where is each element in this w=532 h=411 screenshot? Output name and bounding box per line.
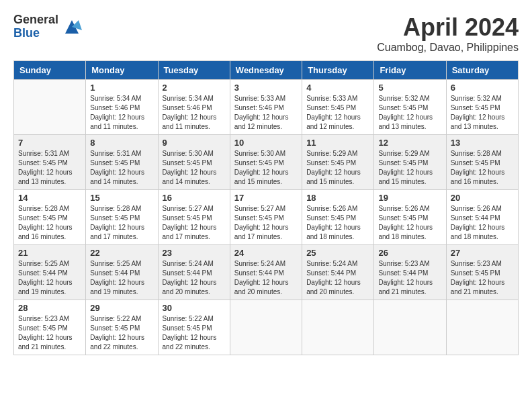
day-info: Sunrise: 5:27 AM Sunset: 5:45 PM Dayligh… bbox=[234, 204, 298, 242]
day-number: 29 bbox=[90, 303, 153, 313]
calendar-cell: 5Sunrise: 5:32 AM Sunset: 5:45 PM Daylig… bbox=[374, 80, 446, 135]
day-number: 20 bbox=[451, 193, 514, 203]
day-number: 9 bbox=[163, 138, 226, 148]
calendar-cell: 8Sunrise: 5:31 AM Sunset: 5:45 PM Daylig… bbox=[86, 135, 158, 190]
calendar-cell: 25Sunrise: 5:24 AM Sunset: 5:44 PM Dayli… bbox=[302, 245, 374, 300]
logo-blue-text: Blue bbox=[13, 27, 58, 40]
day-number: 21 bbox=[18, 248, 81, 258]
day-info: Sunrise: 5:30 AM Sunset: 5:45 PM Dayligh… bbox=[234, 149, 298, 187]
calendar-cell: 14Sunrise: 5:28 AM Sunset: 5:45 PM Dayli… bbox=[14, 190, 86, 245]
day-number: 2 bbox=[163, 83, 226, 93]
day-info: Sunrise: 5:25 AM Sunset: 5:44 PM Dayligh… bbox=[18, 259, 81, 297]
day-info: Sunrise: 5:22 AM Sunset: 5:45 PM Dayligh… bbox=[163, 314, 226, 352]
calendar-cell: 30Sunrise: 5:22 AM Sunset: 5:45 PM Dayli… bbox=[158, 300, 230, 355]
day-number: 1 bbox=[90, 83, 153, 93]
day-number: 17 bbox=[234, 193, 298, 203]
calendar-cell: 26Sunrise: 5:23 AM Sunset: 5:44 PM Dayli… bbox=[374, 245, 446, 300]
day-number: 15 bbox=[90, 193, 153, 203]
day-info: Sunrise: 5:33 AM Sunset: 5:46 PM Dayligh… bbox=[234, 94, 298, 132]
day-info: Sunrise: 5:23 AM Sunset: 5:45 PM Dayligh… bbox=[18, 314, 81, 352]
weekday-header: Monday bbox=[86, 61, 158, 80]
day-number: 16 bbox=[163, 193, 226, 203]
calendar-cell: 4Sunrise: 5:33 AM Sunset: 5:45 PM Daylig… bbox=[302, 80, 374, 135]
calendar-cell bbox=[446, 300, 518, 355]
day-number: 13 bbox=[451, 138, 514, 148]
day-number: 18 bbox=[306, 193, 369, 203]
day-info: Sunrise: 5:28 AM Sunset: 5:45 PM Dayligh… bbox=[18, 204, 81, 242]
logo: General Blue bbox=[13, 13, 82, 40]
day-info: Sunrise: 5:25 AM Sunset: 5:44 PM Dayligh… bbox=[90, 259, 153, 297]
day-info: Sunrise: 5:28 AM Sunset: 5:45 PM Dayligh… bbox=[451, 149, 514, 187]
weekday-header: Wednesday bbox=[230, 61, 302, 80]
day-info: Sunrise: 5:22 AM Sunset: 5:45 PM Dayligh… bbox=[90, 314, 153, 352]
calendar-cell: 9Sunrise: 5:30 AM Sunset: 5:45 PM Daylig… bbox=[158, 135, 230, 190]
calendar-cell: 2Sunrise: 5:34 AM Sunset: 5:46 PM Daylig… bbox=[158, 80, 230, 135]
calendar-week-row: 7Sunrise: 5:31 AM Sunset: 5:45 PM Daylig… bbox=[14, 135, 519, 190]
day-info: Sunrise: 5:33 AM Sunset: 5:45 PM Dayligh… bbox=[306, 94, 369, 132]
day-number: 14 bbox=[18, 193, 81, 203]
header: General Blue April 2024 Cuambog, Davao, … bbox=[13, 13, 519, 54]
calendar-cell: 20Sunrise: 5:26 AM Sunset: 5:44 PM Dayli… bbox=[446, 190, 518, 245]
calendar-cell bbox=[230, 300, 302, 355]
day-number: 23 bbox=[163, 248, 226, 258]
day-info: Sunrise: 5:27 AM Sunset: 5:45 PM Dayligh… bbox=[163, 204, 226, 242]
day-info: Sunrise: 5:24 AM Sunset: 5:44 PM Dayligh… bbox=[234, 259, 298, 297]
day-info: Sunrise: 5:32 AM Sunset: 5:45 PM Dayligh… bbox=[451, 94, 514, 132]
day-number: 6 bbox=[451, 83, 514, 93]
day-info: Sunrise: 5:28 AM Sunset: 5:45 PM Dayligh… bbox=[90, 204, 153, 242]
calendar-cell bbox=[302, 300, 374, 355]
calendar-cell: 19Sunrise: 5:26 AM Sunset: 5:45 PM Dayli… bbox=[374, 190, 446, 245]
logo-general-text: General bbox=[13, 13, 58, 27]
day-info: Sunrise: 5:32 AM Sunset: 5:45 PM Dayligh… bbox=[378, 94, 441, 132]
day-info: Sunrise: 5:34 AM Sunset: 5:46 PM Dayligh… bbox=[163, 94, 226, 132]
day-info: Sunrise: 5:29 AM Sunset: 5:45 PM Dayligh… bbox=[378, 149, 441, 187]
day-info: Sunrise: 5:29 AM Sunset: 5:45 PM Dayligh… bbox=[306, 149, 369, 187]
day-number: 19 bbox=[378, 193, 441, 203]
day-info: Sunrise: 5:31 AM Sunset: 5:45 PM Dayligh… bbox=[18, 149, 81, 187]
calendar-week-row: 1Sunrise: 5:34 AM Sunset: 5:46 PM Daylig… bbox=[14, 80, 519, 135]
calendar-cell: 24Sunrise: 5:24 AM Sunset: 5:44 PM Dayli… bbox=[230, 245, 302, 300]
calendar-cell: 15Sunrise: 5:28 AM Sunset: 5:45 PM Dayli… bbox=[86, 190, 158, 245]
day-info: Sunrise: 5:26 AM Sunset: 5:45 PM Dayligh… bbox=[378, 204, 441, 242]
day-number: 25 bbox=[306, 248, 369, 258]
day-number: 5 bbox=[378, 83, 441, 93]
calendar-cell: 12Sunrise: 5:29 AM Sunset: 5:45 PM Dayli… bbox=[374, 135, 446, 190]
weekday-header: Tuesday bbox=[158, 61, 230, 80]
day-number: 3 bbox=[234, 83, 298, 93]
calendar-cell: 6Sunrise: 5:32 AM Sunset: 5:45 PM Daylig… bbox=[446, 80, 518, 135]
day-info: Sunrise: 5:26 AM Sunset: 5:44 PM Dayligh… bbox=[451, 204, 514, 242]
day-number: 10 bbox=[234, 138, 298, 148]
calendar-cell: 23Sunrise: 5:24 AM Sunset: 5:44 PM Dayli… bbox=[158, 245, 230, 300]
day-info: Sunrise: 5:34 AM Sunset: 5:46 PM Dayligh… bbox=[90, 94, 153, 132]
calendar-cell: 16Sunrise: 5:27 AM Sunset: 5:45 PM Dayli… bbox=[158, 190, 230, 245]
day-number: 30 bbox=[163, 303, 226, 313]
calendar-week-row: 21Sunrise: 5:25 AM Sunset: 5:44 PM Dayli… bbox=[14, 245, 519, 300]
day-number: 28 bbox=[18, 303, 81, 313]
day-number: 11 bbox=[306, 138, 369, 148]
calendar-week-row: 28Sunrise: 5:23 AM Sunset: 5:45 PM Dayli… bbox=[14, 300, 519, 355]
day-number: 8 bbox=[90, 138, 153, 148]
day-info: Sunrise: 5:31 AM Sunset: 5:45 PM Dayligh… bbox=[90, 149, 153, 187]
calendar-cell: 17Sunrise: 5:27 AM Sunset: 5:45 PM Dayli… bbox=[230, 190, 302, 245]
logo-icon bbox=[62, 17, 82, 37]
title-area: April 2024 Cuambog, Davao, Philippines bbox=[377, 13, 519, 54]
calendar-cell: 1Sunrise: 5:34 AM Sunset: 5:46 PM Daylig… bbox=[86, 80, 158, 135]
calendar-cell bbox=[14, 80, 86, 135]
day-info: Sunrise: 5:23 AM Sunset: 5:44 PM Dayligh… bbox=[378, 259, 441, 297]
day-info: Sunrise: 5:24 AM Sunset: 5:44 PM Dayligh… bbox=[163, 259, 226, 297]
calendar-cell: 7Sunrise: 5:31 AM Sunset: 5:45 PM Daylig… bbox=[14, 135, 86, 190]
calendar-cell: 3Sunrise: 5:33 AM Sunset: 5:46 PM Daylig… bbox=[230, 80, 302, 135]
calendar-cell: 29Sunrise: 5:22 AM Sunset: 5:45 PM Dayli… bbox=[86, 300, 158, 355]
calendar-cell: 18Sunrise: 5:26 AM Sunset: 5:45 PM Dayli… bbox=[302, 190, 374, 245]
calendar-cell: 27Sunrise: 5:23 AM Sunset: 5:45 PM Dayli… bbox=[446, 245, 518, 300]
calendar-week-row: 14Sunrise: 5:28 AM Sunset: 5:45 PM Dayli… bbox=[14, 190, 519, 245]
subtitle: Cuambog, Davao, Philippines bbox=[377, 42, 519, 54]
calendar-cell: 13Sunrise: 5:28 AM Sunset: 5:45 PM Dayli… bbox=[446, 135, 518, 190]
day-number: 26 bbox=[378, 248, 441, 258]
calendar-cell: 28Sunrise: 5:23 AM Sunset: 5:45 PM Dayli… bbox=[14, 300, 86, 355]
calendar-cell: 10Sunrise: 5:30 AM Sunset: 5:45 PM Dayli… bbox=[230, 135, 302, 190]
day-number: 12 bbox=[378, 138, 441, 148]
calendar-cell: 21Sunrise: 5:25 AM Sunset: 5:44 PM Dayli… bbox=[14, 245, 86, 300]
calendar-cell bbox=[374, 300, 446, 355]
month-title: April 2024 bbox=[377, 13, 519, 42]
